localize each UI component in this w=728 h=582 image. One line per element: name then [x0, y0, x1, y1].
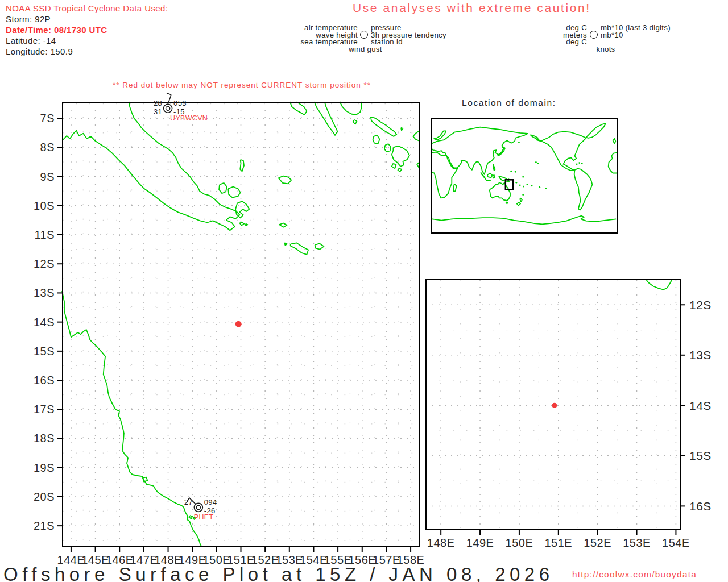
axis-label: 12S [34, 257, 55, 270]
storm-position-dot [552, 403, 557, 408]
axis-label: 17S [34, 403, 55, 415]
coastline [574, 169, 593, 210]
coastline [284, 243, 287, 246]
axis-label: 14S [34, 316, 55, 329]
island-dot [545, 188, 547, 189]
world-inset-title: Location of domain: [462, 98, 556, 108]
coastline [498, 147, 505, 156]
axis-label: 151E [544, 537, 572, 549]
coastline [239, 223, 244, 226]
station-circle-icon [590, 31, 598, 39]
axis-label: 18S [34, 432, 55, 444]
coastline [240, 160, 244, 172]
coastline [235, 201, 249, 218]
axis-label: 149E [466, 537, 494, 549]
storm-info-block: NOAA SSD Tropical Cyclone Data Used: Sto… [6, 3, 168, 57]
island-dot [527, 184, 528, 185]
coastline [517, 202, 520, 206]
coastline [315, 243, 324, 249]
coastline [392, 146, 410, 167]
coastline [506, 202, 508, 203]
coastline [453, 184, 456, 192]
legend-wind-gust: wind gust [318, 45, 412, 53]
storm-info-storm: Storm: 92P [6, 14, 168, 24]
caution-headline: Use analyses with extreme caution! [353, 1, 591, 15]
island-dot [535, 161, 537, 163]
storm-info-latitude: Latitude: -14 [6, 35, 168, 46]
station-value: 094 [204, 498, 217, 506]
axis-label: 8S [40, 141, 55, 153]
axis-label: 9S [40, 171, 55, 183]
source-url: http://coolwx.com/buoydata [572, 569, 697, 580]
station-circle-icon [194, 503, 202, 512]
island-dot [578, 162, 580, 164]
station-id-label: PHET [194, 513, 214, 521]
axis-label: 15S [689, 449, 712, 462]
coastline [219, 183, 227, 193]
storm-position-warning: ** Red dot below may NOT represent CURRE… [97, 81, 387, 89]
island-dot [518, 142, 520, 143]
axis-label: 148E [427, 537, 455, 549]
axis-label: 16S [34, 374, 55, 386]
axis-label: 152E [584, 537, 611, 549]
coastline [291, 243, 309, 254]
legend-sea-temperature: sea temperature [245, 38, 358, 45]
coastline [609, 153, 617, 173]
axis-label: 153E [623, 537, 651, 549]
coastline [493, 164, 495, 171]
island-dot [515, 171, 516, 173]
coastline [279, 223, 287, 227]
coastline [431, 127, 528, 174]
coastline [493, 175, 495, 178]
coastline [384, 144, 391, 152]
island-dot [539, 186, 540, 188]
station-value: 28 [154, 99, 162, 107]
coastline [401, 128, 403, 131]
storm-position-dot [235, 321, 242, 327]
island-dot [531, 185, 533, 187]
storm-info-longitude: Longitude: 150.9 [6, 46, 168, 57]
buoy-plot-page: 144E145E146E147E148E149E150E151E152E153E… [0, 0, 728, 582]
island-dot [515, 182, 517, 184]
axis-label: 13S [689, 348, 712, 361]
legend-unit-knots: knots [569, 45, 643, 53]
coastline [189, 516, 192, 519]
coastline [434, 131, 446, 140]
coastline [398, 168, 402, 172]
coastline [432, 216, 616, 225]
coastline [353, 120, 357, 124]
island-dot [519, 184, 521, 186]
axis-label: 154E [662, 537, 690, 549]
island-dot [522, 194, 524, 196]
axis-label: 21S [34, 519, 55, 532]
axis-label: 14S [689, 399, 712, 412]
axis-label: 11S [34, 228, 55, 241]
island-dot [510, 171, 512, 172]
axis-label: 16S [689, 500, 712, 513]
axis-label: 12S [689, 298, 712, 311]
storm-info-datetime: Date/Time: 08/1730 UTC [6, 24, 168, 35]
coastline [520, 198, 522, 202]
coastline [586, 123, 606, 138]
coastline [373, 135, 380, 144]
coastline [228, 187, 240, 198]
page-title: Offshore Surface Plot at 15Z / JAN 08, 2… [3, 564, 554, 582]
station-value: 053 [173, 99, 187, 107]
coastline [63, 102, 239, 230]
station-id-label: UYBWCVN [170, 114, 208, 122]
station-circle-icon [360, 31, 368, 39]
coastline [246, 224, 247, 226]
axis-label: 7S [40, 112, 55, 124]
coastline [530, 132, 586, 171]
coastline [62, 291, 202, 547]
axis-label: 150E [506, 537, 533, 549]
station-circle-icon [196, 505, 200, 509]
coastline [143, 477, 147, 482]
storm-info-source: NOAA SSD Tropical Cyclone Data Used: [6, 3, 168, 14]
coastline [486, 180, 490, 181]
island-dot [576, 163, 578, 165]
coastline [487, 173, 492, 178]
island-dot [537, 163, 539, 164]
coastline [646, 280, 672, 290]
legend-unit-mb: mb*10 [601, 31, 623, 39]
